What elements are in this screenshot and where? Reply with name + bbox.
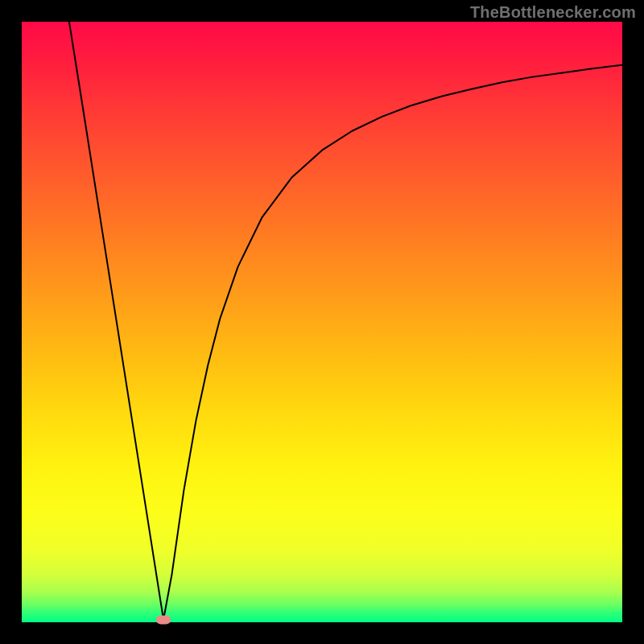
plot-area: [22, 22, 622, 622]
bottleneck-curve: [69, 22, 622, 620]
curve-layer: [22, 22, 622, 622]
watermark-text: TheBottlenecker.com: [470, 3, 636, 22]
optimal-point-marker: [156, 615, 171, 624]
chart-frame: TheBottlenecker.com: [0, 0, 644, 644]
